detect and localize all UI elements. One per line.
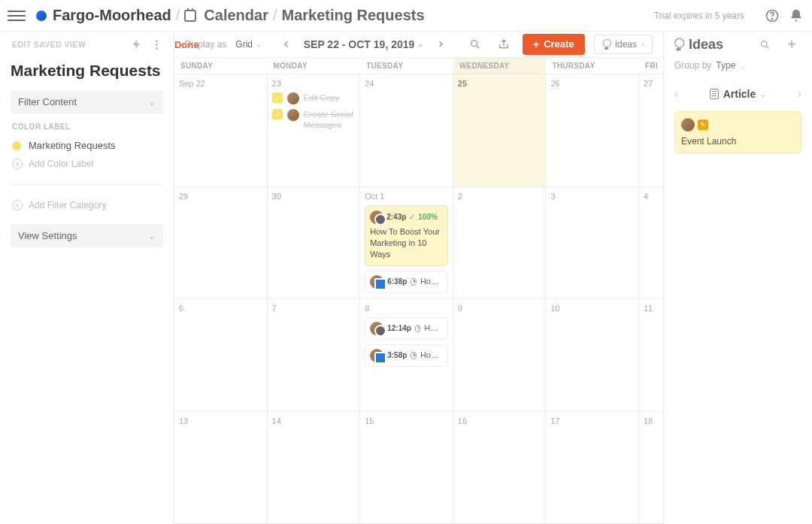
topbar: Fargo-Moorhead / Calendar / Marketing Re… — [0, 0, 812, 32]
day-header: WEDNESDAY — [453, 58, 547, 74]
color-label-row[interactable]: Marketing Requests — [11, 137, 163, 154]
display-mode-select[interactable]: Grid ⌄ — [235, 39, 262, 50]
chevron-right-icon: › — [641, 39, 644, 50]
calendar-day[interactable]: 18 — [639, 412, 663, 524]
avatar — [370, 211, 383, 224]
display-as-label: Display as — [185, 39, 226, 50]
prev-type-button[interactable]: ‹ — [674, 87, 678, 101]
calendar-card-small[interactable]: 6:38pHow T… — [365, 271, 448, 293]
next-type-button[interactable]: › — [798, 87, 801, 101]
ideas-search-icon[interactable] — [755, 35, 774, 54]
avatar — [370, 275, 383, 289]
calendar-day[interactable]: 24 — [360, 74, 453, 186]
prev-range-button[interactable] — [277, 35, 296, 54]
filter-content-toggle[interactable]: Filter Content ⌄ — [11, 90, 163, 114]
day-header: FRI — [639, 58, 663, 74]
add-idea-button[interactable]: + — [782, 35, 801, 54]
calendar-card[interactable]: 2:43p✓100%How To Boost Your Marketing in… — [365, 205, 448, 266]
card-time: 12:14p — [387, 323, 411, 334]
calendar-day[interactable]: Oct 12:43p✓100%How To Boost Your Marketi… — [360, 187, 453, 299]
svg-point-2 — [471, 40, 477, 46]
idea-card[interactable]: ✎ Event Launch — [674, 111, 801, 153]
document-icon — [710, 89, 719, 99]
calendar-week: 2930Oct 12:43p✓100%How To Boost Your Mar… — [174, 187, 663, 300]
date-number: 17 — [550, 416, 634, 426]
completed-task[interactable]: ✓Create Social Messages — [272, 109, 356, 131]
idea-badge-icon: ✎ — [698, 120, 708, 130]
lightbulb-icon — [602, 39, 611, 50]
breadcrumb-calendar[interactable]: Calendar — [204, 7, 268, 24]
calendar-week: 67812:14pHow …3:58pHow T…91011 — [174, 299, 663, 412]
ideas-panel: Ideas + Group by Type ⌄ ‹ Article ⌄ › — [664, 32, 812, 524]
workspace-color-dot — [36, 11, 47, 21]
calendar-day[interactable]: 9 — [453, 299, 547, 411]
date-number: 2 — [458, 192, 541, 201]
calendar-day[interactable]: 26 — [546, 74, 639, 186]
check-icon: ✓ — [409, 212, 415, 223]
calendar-day[interactable]: 17 — [546, 412, 639, 524]
calendar-day[interactable]: 4 — [639, 187, 663, 299]
calendar-day[interactable]: 29 — [174, 187, 268, 299]
add-filter-category-text: Add Filter Category — [29, 200, 106, 211]
date-number: 27 — [644, 79, 659, 88]
group-by-label: Group by — [674, 60, 711, 71]
date-number: Oct 1 — [365, 192, 448, 201]
breadcrumb-workspace[interactable]: Fargo-Moorhead — [53, 7, 171, 24]
bell-icon[interactable] — [788, 8, 804, 24]
help-icon[interactable] — [764, 8, 780, 24]
completed-task[interactable]: ✓Edit Copy — [272, 92, 356, 104]
calendar-day[interactable]: 2 — [453, 187, 547, 299]
date-number: 26 — [550, 79, 634, 88]
group-by-select[interactable]: Group by Type ⌄ — [674, 60, 801, 71]
color-label-section: COLOR LABEL — [12, 123, 163, 131]
view-settings-toggle[interactable]: View Settings ⌄ — [11, 224, 163, 247]
breadcrumb-sep: / — [273, 7, 277, 24]
calendar-day[interactable]: 10 — [546, 299, 639, 411]
check-icon: ✓ — [272, 92, 283, 103]
chevron-down-icon: ⌄ — [256, 40, 262, 48]
calendar-day[interactable]: Sep 22 — [174, 74, 268, 186]
idea-type-nav: ‹ Article ⌄ › — [674, 87, 801, 101]
calendar-day[interactable]: 25 — [453, 74, 547, 186]
add-color-label-text: Add Color Label — [29, 159, 93, 169]
ideas-toggle-button[interactable]: Ideas › — [594, 35, 653, 54]
search-icon[interactable] — [465, 35, 485, 54]
create-button[interactable]: + Create — [523, 34, 585, 55]
menu-icon[interactable] — [8, 7, 26, 25]
idea-type-label: Article — [723, 88, 756, 100]
calendar-day[interactable]: 16 — [453, 412, 547, 524]
calendar-day[interactable]: 13 — [174, 412, 268, 524]
card-title: How To Boost Your Marketing in 10 Ways — [370, 226, 443, 261]
calendar-day[interactable]: 14 — [268, 412, 361, 524]
plus-icon: + — [12, 200, 23, 211]
breadcrumb-sep: / — [176, 7, 180, 24]
calendar-day[interactable]: 3 — [546, 187, 639, 299]
svg-point-1 — [771, 18, 772, 19]
add-color-label-button[interactable]: + Add Color Label — [11, 154, 163, 174]
idea-card-title: Event Launch — [681, 136, 795, 147]
add-filter-category-button[interactable]: + Add Filter Category — [11, 195, 163, 215]
share-icon[interactable] — [494, 35, 514, 54]
calendar-day[interactable]: 23✓Edit Copy✓Create Social Messages — [268, 74, 361, 186]
calendar-day[interactable]: 812:14pHow …3:58pHow T… — [360, 299, 453, 411]
date-range[interactable]: SEP 22 - OCT 19, 2019 ⌄ — [304, 38, 424, 50]
date-number: 13 — [179, 416, 262, 426]
idea-type-select[interactable]: Article ⌄ — [710, 88, 767, 100]
calendar-day[interactable]: 6 — [174, 299, 268, 411]
calendar-day[interactable]: 30 — [268, 187, 361, 299]
next-range-button[interactable] — [431, 35, 450, 54]
calendar-day[interactable]: 15 — [360, 412, 453, 524]
breadcrumb-view[interactable]: Marketing Requests — [282, 7, 425, 24]
calendar-card-small[interactable]: 12:14pHow … — [365, 317, 448, 340]
calendar-card-small[interactable]: 3:58pHow T… — [365, 344, 448, 367]
ideas-title: Ideas — [674, 37, 723, 53]
clock-icon — [411, 352, 417, 359]
date-number: 8 — [365, 304, 448, 313]
calendar-day[interactable]: 27 — [639, 74, 663, 186]
calendar-day[interactable]: 7 — [268, 299, 361, 411]
date-number: 9 — [458, 304, 541, 313]
avatar — [287, 92, 299, 104]
date-number: 25 — [458, 79, 541, 88]
calendar-day[interactable]: 11 — [639, 299, 663, 411]
group-by-value: Type — [716, 60, 735, 71]
